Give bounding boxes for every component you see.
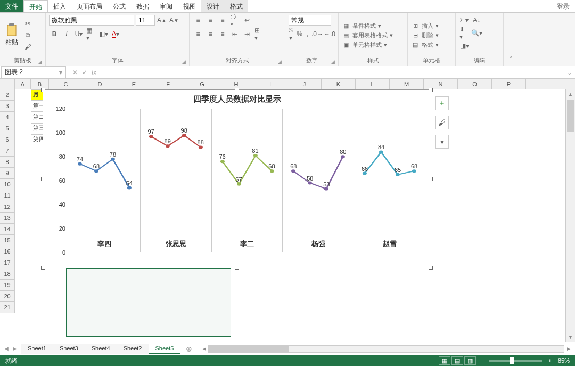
- scroll-left-button[interactable]: ◀: [200, 346, 208, 352]
- sheet-tab-Sheet2[interactable]: Sheet2: [117, 344, 149, 354]
- orientation-button[interactable]: ⭯ ▾: [229, 15, 240, 26]
- row-header-20[interactable]: 20: [0, 291, 15, 302]
- number-launcher[interactable]: ◢: [331, 59, 335, 64]
- number-format-select[interactable]: [289, 15, 331, 26]
- col-header-O[interactable]: O: [458, 79, 492, 89]
- scroll-down-button[interactable]: ▼: [566, 332, 575, 342]
- underline-button[interactable]: U ▾: [73, 29, 84, 39]
- col-header-D[interactable]: D: [83, 79, 117, 89]
- name-box-dropdown[interactable]: ▾: [59, 69, 62, 76]
- sort-filter-button[interactable]: A↓: [471, 15, 482, 26]
- tab-formulas[interactable]: 公式: [108, 0, 131, 12]
- col-header-B[interactable]: B: [31, 79, 49, 89]
- font-size-select[interactable]: [136, 15, 155, 26]
- sheet-nav-prev[interactable]: ◀: [4, 346, 9, 352]
- chart-styles-button[interactable]: 🖌: [435, 116, 449, 129]
- indent-increase-button[interactable]: ⇥: [242, 29, 252, 39]
- conditional-format-button[interactable]: ▦条件格式 ▾: [342, 21, 393, 30]
- col-header-A[interactable]: A: [15, 79, 31, 89]
- add-sheet-button[interactable]: ⊕: [180, 343, 198, 355]
- col-header-K[interactable]: K: [322, 79, 356, 89]
- vertical-scrollbar[interactable]: ▲ ▼: [565, 89, 575, 342]
- font-name-select[interactable]: [49, 15, 134, 26]
- chart-title[interactable]: 四季度人员数据对比显示: [43, 90, 431, 109]
- tab-data[interactable]: 数据: [131, 0, 154, 12]
- col-header-F[interactable]: F: [151, 79, 185, 89]
- sheet-tab-Sheet3[interactable]: Sheet3: [53, 344, 85, 354]
- tab-chart-format[interactable]: 格式: [225, 0, 248, 12]
- zoom-slider-knob[interactable]: [510, 357, 514, 364]
- scroll-up-button[interactable]: ▲: [566, 89, 575, 99]
- chart-panel-杨强[interactable]: 68585380杨强: [283, 109, 354, 252]
- worksheet-grid[interactable]: ABCDEFGHIJKLMNOP 23456789101112131415161…: [0, 79, 575, 342]
- chart-panel-赵雪[interactable]: 66846568赵雪: [354, 109, 425, 252]
- vscroll-thumb[interactable]: [567, 100, 574, 132]
- view-normal-button[interactable]: ▦: [439, 356, 450, 365]
- delete-cells-button[interactable]: ⊟删除 ▾: [411, 31, 439, 39]
- cut-button[interactable]: ✂: [22, 18, 33, 29]
- accounting-button[interactable]: $ ▾: [289, 29, 294, 39]
- collapse-ribbon-button[interactable]: ˆ: [504, 13, 519, 66]
- row-header-10[interactable]: 10: [0, 179, 15, 190]
- row-header-4[interactable]: 4: [0, 112, 15, 123]
- tab-chart-design[interactable]: 设计: [201, 0, 225, 12]
- merge-button[interactable]: ⊞ ▾: [254, 29, 265, 39]
- accept-formula-button[interactable]: ✓: [82, 69, 87, 76]
- formula-input[interactable]: [102, 68, 564, 77]
- scroll-right-button[interactable]: ▶: [564, 346, 573, 352]
- autosum-button[interactable]: Σ ▾: [459, 15, 470, 26]
- format-as-table-button[interactable]: ▤套用表格格式 ▾: [342, 31, 393, 39]
- tab-review[interactable]: 审阅: [154, 0, 178, 12]
- chart-plot-area[interactable]: 020406080100120 74687854李四97899888张思思765…: [43, 109, 431, 263]
- align-right-button[interactable]: ≡: [217, 29, 228, 39]
- align-launcher[interactable]: ◢: [278, 59, 282, 64]
- row-header-2[interactable]: 2: [0, 89, 15, 101]
- chart-y-axis[interactable]: 020406080100120: [43, 109, 69, 252]
- align-top-button[interactable]: ≡: [193, 15, 203, 26]
- col-header-G[interactable]: G: [185, 79, 219, 89]
- increase-decimal-button[interactable]: .0→: [312, 29, 323, 39]
- view-page-break-button[interactable]: ▥: [464, 356, 476, 365]
- row-header-19[interactable]: 19: [0, 280, 15, 291]
- zoom-out-button[interactable]: −: [477, 357, 484, 364]
- sheet-tab-Sheet1[interactable]: Sheet1: [21, 344, 53, 354]
- sheet-tab-Sheet5[interactable]: Sheet5: [149, 344, 181, 354]
- font-launcher[interactable]: ◢: [182, 59, 186, 64]
- format-cells-button[interactable]: ▤格式 ▾: [411, 40, 439, 49]
- chart-panel-李四[interactable]: 74687854李四: [69, 109, 141, 252]
- chart-panel-李二[interactable]: 76578168李二: [212, 109, 283, 252]
- row-header-16[interactable]: 16: [0, 246, 15, 257]
- fill-button[interactable]: ⬇ ▾: [459, 28, 470, 38]
- sheet-nav-next[interactable]: ▶: [13, 346, 17, 352]
- fx-button[interactable]: fx: [92, 69, 96, 76]
- indent-decrease-button[interactable]: ⇤: [229, 29, 240, 39]
- find-button[interactable]: 🔍 ▾: [471, 28, 482, 38]
- grow-font-button[interactable]: A▲: [157, 15, 167, 26]
- sheet-tab-Sheet4[interactable]: Sheet4: [85, 344, 117, 354]
- row-header-14[interactable]: 14: [0, 224, 15, 235]
- align-bottom-button[interactable]: ≡: [217, 15, 228, 26]
- align-left-button[interactable]: ≡: [193, 29, 203, 39]
- row-header-15[interactable]: 15: [0, 235, 15, 246]
- insert-cells-button[interactable]: ⊞插入 ▾: [411, 21, 439, 30]
- fill-color-button[interactable]: ◧ ▾: [98, 29, 109, 39]
- hscroll-thumb[interactable]: [209, 346, 289, 352]
- border-button[interactable]: ▦ ▾: [86, 29, 96, 39]
- name-box[interactable]: 图表 2 ▾: [1, 66, 66, 78]
- col-header-I[interactable]: I: [253, 79, 288, 89]
- row-header-18[interactable]: 18: [0, 268, 15, 280]
- chart-panel-张思思[interactable]: 97899888张思思: [141, 109, 212, 252]
- view-page-layout-button[interactable]: ▤: [451, 356, 463, 365]
- row-header-6[interactable]: 6: [0, 134, 15, 145]
- chart-filters-button[interactable]: ▾: [435, 135, 449, 149]
- percent-button[interactable]: %: [296, 29, 303, 39]
- tab-file[interactable]: 文件: [0, 0, 23, 12]
- col-header-P[interactable]: P: [492, 79, 526, 89]
- bold-button[interactable]: B: [49, 29, 60, 39]
- row-header-3[interactable]: 3: [0, 101, 15, 112]
- row-header-11[interactable]: 11: [0, 190, 15, 201]
- align-center-button[interactable]: ≡: [205, 29, 216, 39]
- col-header-J[interactable]: J: [288, 79, 322, 89]
- row-header-13[interactable]: 13: [0, 213, 15, 224]
- horizontal-scrollbar[interactable]: ◀ ▶: [198, 345, 575, 353]
